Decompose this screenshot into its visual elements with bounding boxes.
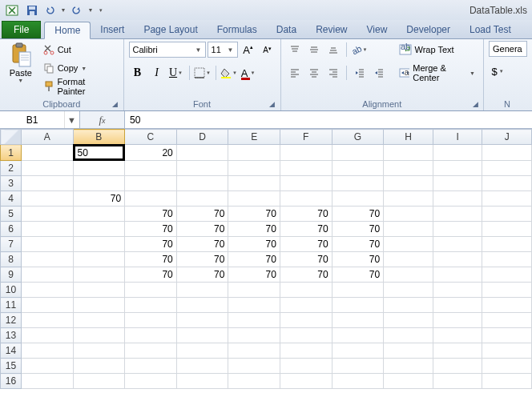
cell[interactable] (482, 191, 532, 207)
cell[interactable] (482, 374, 532, 389)
cell[interactable] (125, 313, 177, 328)
cell[interactable] (482, 222, 532, 237)
tab-insert[interactable]: Insert (91, 21, 134, 38)
cell[interactable] (433, 298, 482, 313)
cell[interactable] (21, 374, 73, 389)
cell[interactable]: 70 (228, 252, 280, 267)
column-header[interactable]: E (228, 130, 280, 145)
cell[interactable] (332, 191, 384, 207)
cell[interactable] (21, 176, 73, 191)
cell[interactable] (384, 145, 433, 161)
cut-button[interactable]: Cut (40, 41, 119, 58)
cell[interactable] (384, 343, 433, 359)
cell[interactable] (332, 145, 384, 161)
row-header[interactable]: 9 (1, 267, 22, 283)
cell[interactable] (433, 267, 482, 283)
tab-data[interactable]: Data (267, 21, 306, 38)
cell[interactable] (21, 237, 73, 252)
column-header[interactable]: C (125, 130, 177, 145)
cell[interactable] (21, 267, 73, 283)
cell[interactable] (332, 298, 384, 313)
file-tab[interactable]: File (2, 21, 41, 38)
cell[interactable] (176, 283, 228, 298)
row-header[interactable]: 15 (1, 359, 22, 374)
cell[interactable]: 70 (280, 267, 332, 283)
cell[interactable]: 70 (332, 207, 384, 222)
cell[interactable] (228, 359, 280, 374)
cell[interactable] (125, 298, 177, 313)
undo-dropdown[interactable]: ▼ (59, 2, 67, 18)
cell[interactable] (280, 359, 332, 374)
cell[interactable] (332, 176, 384, 191)
row-header[interactable]: 16 (1, 374, 22, 389)
number-format-select[interactable]: Genera (489, 41, 527, 57)
cell[interactable] (176, 161, 228, 176)
cell[interactable] (482, 176, 532, 191)
cell[interactable] (73, 313, 125, 328)
cell[interactable] (332, 343, 384, 359)
cell[interactable] (73, 267, 125, 283)
row-header[interactable]: 12 (1, 313, 22, 328)
cell[interactable] (280, 176, 332, 191)
font-dialog-launcher[interactable]: ◢ (268, 100, 277, 110)
cell[interactable] (482, 283, 532, 298)
row-header[interactable]: 4 (1, 191, 22, 207)
cell[interactable] (176, 328, 228, 343)
name-box-input[interactable] (0, 114, 64, 126)
align-center-button[interactable] (305, 64, 323, 82)
cell[interactable] (73, 207, 125, 222)
row-header[interactable]: 6 (1, 222, 22, 237)
cell[interactable] (228, 283, 280, 298)
cell[interactable] (482, 145, 532, 161)
cell[interactable] (384, 237, 433, 252)
decrease-indent-button[interactable] (351, 64, 369, 82)
tab-view[interactable]: View (357, 21, 397, 38)
row-header[interactable]: 1 (1, 145, 22, 161)
undo-button[interactable] (42, 2, 58, 18)
cell[interactable] (125, 191, 177, 207)
merge-center-button[interactable]: a Merge & Center ▼ (396, 64, 478, 82)
cell[interactable] (125, 343, 177, 359)
cell[interactable] (125, 283, 177, 298)
cell[interactable] (228, 298, 280, 313)
cell[interactable] (21, 222, 73, 237)
column-header[interactable]: I (433, 130, 482, 145)
cell[interactable] (433, 374, 482, 389)
cell[interactable] (433, 328, 482, 343)
paste-button[interactable]: Paste ▼ (5, 41, 37, 85)
cell[interactable] (433, 237, 482, 252)
copy-button[interactable]: Copy ▼ (40, 59, 119, 77)
cell[interactable] (176, 298, 228, 313)
name-box[interactable]: ▼ (0, 111, 80, 128)
cell[interactable] (176, 191, 228, 207)
column-header[interactable]: J (482, 130, 532, 145)
cell[interactable] (384, 222, 433, 237)
cell[interactable] (73, 343, 125, 359)
tab-review[interactable]: Review (306, 21, 357, 38)
cell[interactable] (433, 161, 482, 176)
cell[interactable] (176, 176, 228, 191)
cell[interactable] (433, 343, 482, 359)
cell[interactable] (280, 343, 332, 359)
cell[interactable]: 70 (332, 252, 384, 267)
redo-button[interactable] (69, 2, 85, 18)
spreadsheet-grid[interactable]: A B C D E F G H I J 15020 2 3 470 570707… (0, 129, 532, 389)
row-header[interactable]: 11 (1, 298, 22, 313)
cell[interactable] (332, 161, 384, 176)
cell[interactable] (73, 222, 125, 237)
tab-developer[interactable]: Developer (397, 21, 460, 38)
cell[interactable]: 70 (125, 237, 177, 252)
row-header[interactable]: 10 (1, 283, 22, 298)
cell[interactable] (433, 313, 482, 328)
cell[interactable] (125, 328, 177, 343)
select-all-corner[interactable] (1, 130, 22, 145)
cell[interactable]: 70 (332, 222, 384, 237)
cell[interactable] (482, 207, 532, 222)
row-header[interactable]: 8 (1, 252, 22, 267)
column-header[interactable]: G (332, 130, 384, 145)
cell[interactable] (228, 161, 280, 176)
cell[interactable] (433, 252, 482, 267)
italic-button[interactable]: I (148, 64, 166, 82)
font-size-select[interactable]: 11▼ (208, 42, 238, 58)
cell[interactable] (73, 298, 125, 313)
